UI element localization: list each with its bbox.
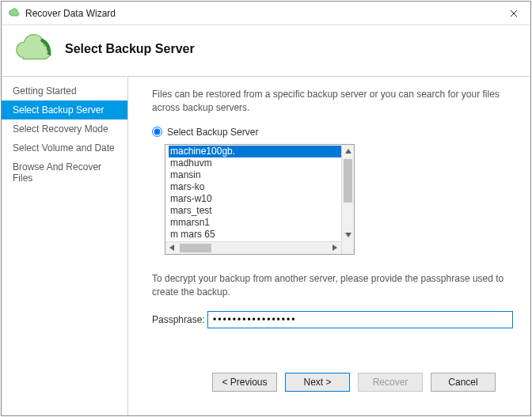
horizontal-scrollbar[interactable] [165,241,354,254]
recover-button[interactable]: Recover [358,373,423,392]
scroll-down-icon[interactable] [342,229,355,241]
titlebar: Recover Data Wizard [2,2,530,25]
page-heading: Select Backup Server [65,42,195,56]
list-item[interactable]: mars-ko [169,181,354,193]
cloud-restore-icon [11,33,54,65]
step-getting-started[interactable]: Getting Started [2,82,127,100]
window-title: Recover Data Wizard [25,8,497,19]
scroll-thumb[interactable] [344,159,352,203]
app-icon [8,7,21,20]
step-browse-and-recover-files[interactable]: Browse And Recover Files [2,157,127,188]
list-item[interactable]: madhuvm [169,157,354,169]
scroll-right-icon[interactable] [329,241,341,254]
select-backup-server-radio[interactable] [152,127,162,137]
step-select-volume-and-date[interactable]: Select Volume and Date [2,138,127,157]
description-text: Files can be restored from a specific ba… [152,88,513,116]
hscroll-track[interactable] [178,242,329,254]
scroll-left-icon[interactable] [165,241,178,254]
hscroll-thumb[interactable] [180,244,211,252]
step-select-backup-server[interactable]: Select Backup Server [2,100,127,119]
wizard-body: Getting Started Select Backup Server Sel… [2,77,530,415]
wizard-footer: < Previous Next > Recover Cancel [152,362,513,408]
select-backup-server-radio-row: Select Backup Server [152,127,513,138]
list-item[interactable]: mmars-8m [169,241,354,241]
passphrase-input[interactable] [207,311,513,328]
step-select-recovery-mode[interactable]: Select Recovery Mode [2,119,127,138]
close-button[interactable] [497,2,530,25]
server-listbox[interactable]: machine100gb. madhuvm mansin mars-ko mar… [165,144,355,255]
select-backup-server-radio-label: Select Backup Server [167,127,258,138]
list-item[interactable]: mmarsn1 [169,217,354,229]
cancel-button[interactable]: Cancel [431,373,496,392]
decrypt-note: To decrypt your backup from another serv… [152,272,513,300]
scroll-track[interactable] [342,157,354,229]
list-item[interactable]: machine100gb. [169,146,354,157]
wizard-content: Files can be restored from a specific ba… [128,77,530,415]
list-item[interactable]: mars_test [169,205,354,217]
server-list-items: machine100gb. madhuvm mansin mars-ko mar… [165,145,354,241]
passphrase-label: Passphrase: [152,314,207,325]
list-item[interactable]: m mars 65 [169,229,354,241]
list-item[interactable]: mars-w10 [169,193,354,205]
recover-data-wizard-window: Recover Data Wizard Select Backup Server… [1,1,531,416]
previous-button[interactable]: < Previous [212,373,277,392]
passphrase-row: Passphrase: [152,311,513,328]
scroll-up-icon[interactable] [342,145,355,157]
scroll-corner [341,241,354,254]
wizard-header: Select Backup Server [2,25,530,77]
list-item[interactable]: mansin [169,169,354,181]
wizard-steps-sidebar: Getting Started Select Backup Server Sel… [2,77,128,415]
next-button[interactable]: Next > [285,373,350,392]
vertical-scrollbar[interactable] [341,145,354,241]
